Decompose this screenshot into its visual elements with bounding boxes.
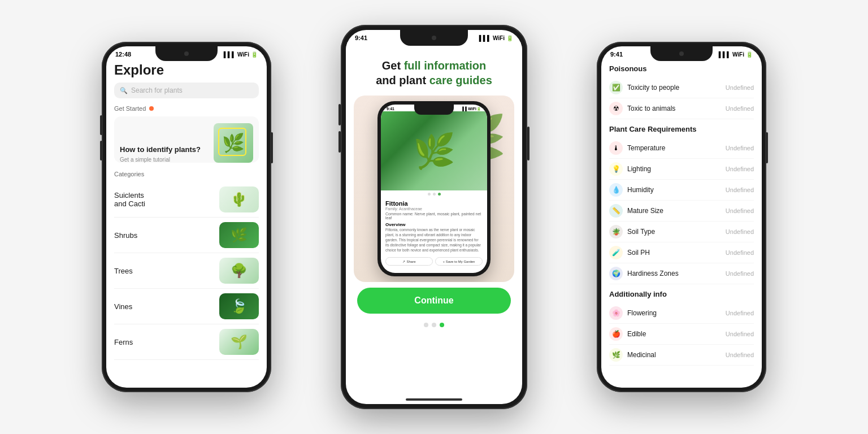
medicinal-icon: 🌿: [609, 348, 623, 362]
soil-ph-value: Undefined: [726, 249, 754, 256]
category-name-trees: Trees: [114, 267, 133, 275]
get-started-label: Get Started: [114, 105, 146, 112]
left-status-icons: ▌▌▌ WiFi 🔋: [224, 51, 258, 58]
tutorial-card[interactable]: How to identify plants? Get a simple tut…: [114, 116, 259, 163]
mature-size-value: Undefined: [726, 207, 754, 214]
care-section-title: Plant Care Requirements: [609, 125, 754, 133]
inner-share-btn[interactable]: ↗ Share: [385, 257, 433, 266]
info-row-flowering: 🌸 Flowering Undefined: [609, 303, 754, 324]
inner-phone-screen: 9:41 ▌▌WiFi🔋 🌿 Fittonia Family: Acanthac…: [381, 105, 487, 273]
flowering-label: Flowering: [627, 309, 726, 317]
page-dots: [346, 319, 522, 333]
mature-size-label: Mature Size: [627, 207, 726, 215]
category-name-succulents: Suiclentsand Cacti: [114, 191, 145, 208]
inner-plant-name: Fittonia: [385, 200, 483, 207]
hardiness-icon: 🌍: [609, 267, 623, 280]
tutorial-subtitle: Get a simple tutorial: [120, 157, 201, 163]
inner-phone-wrapper: 🌿 9:41 ▌▌WiFi🔋 🌿: [354, 96, 514, 282]
toxic-animals-icon: ☢: [609, 102, 623, 115]
page-dot-3: [440, 323, 444, 327]
inner-action-buttons: ↗ Share + Save to My Garden: [381, 255, 487, 268]
inner-plant-common: Common name: Nerve plant, mosaic plant, …: [385, 212, 483, 220]
search-bar[interactable]: 🔍 Search for plants: [114, 83, 259, 98]
category-img-succulents: 🌵: [219, 186, 259, 212]
power-button-right: [766, 132, 768, 163]
middle-time: 9:41: [355, 34, 367, 41]
left-notch: [155, 46, 218, 61]
continue-button[interactable]: Continue: [357, 288, 511, 314]
save-label: + Save to My Garden: [443, 260, 475, 263]
category-trees[interactable]: Trees 🌳: [114, 253, 259, 289]
lighting-value: Undefined: [726, 166, 754, 172]
temperature-value: Undefined: [726, 145, 754, 151]
continue-btn-wrap: Continue: [346, 282, 522, 319]
inner-dot-3: [438, 193, 441, 196]
mature-size-icon: 📏: [609, 204, 623, 218]
category-name-ferns: Ferns: [114, 338, 133, 346]
right-battery: 🔋: [746, 51, 753, 58]
share-label: Share: [406, 260, 415, 263]
toxicity-value: Undefined: [726, 84, 754, 91]
middle-status-icons: ▌▌▌ WiFi 🔋: [479, 35, 513, 41]
page-dot-1: [424, 323, 428, 327]
inner-icons: ▌▌WiFi🔋: [462, 107, 481, 111]
hardiness-label: Hardiness Zones: [627, 270, 726, 277]
middle-notch: [400, 30, 468, 46]
hardiness-value: Undefined: [726, 270, 754, 277]
info-row-toxic-animals: ☢ Toxic to animals Undefined: [609, 98, 754, 119]
yellow-outline: [218, 128, 246, 156]
info-row-edible: 🍎 Edible Undefined: [609, 324, 754, 345]
category-img-shrubs: 🌿: [219, 222, 259, 248]
right-screen: 9:41 ▌▌▌ WiFi 🔋 Poisonous ✅ Toxicity to …: [601, 46, 762, 388]
right-content: Poisonous ✅ Toxicity to people Undefined…: [601, 59, 762, 388]
tutorial-plant-image: 🌿: [214, 123, 253, 163]
explore-content: Explore 🔍 Search for plants Get Started …: [106, 59, 267, 388]
inner-dot-1: [428, 193, 431, 196]
search-placeholder: Search for plants: [131, 86, 183, 94]
headline-and: and plant: [376, 74, 429, 86]
category-ferns[interactable]: Ferns 🌱: [114, 324, 259, 360]
left-time: 12:48: [115, 51, 131, 58]
inner-dot-2: [433, 193, 436, 196]
search-icon: 🔍: [120, 87, 128, 94]
phone-left: 12:48 ▌▌▌ WiFi 🔋 Explore 🔍 Search for pl…: [102, 42, 271, 392]
vol-up-button-left: [100, 115, 102, 135]
headline-get: Get: [382, 59, 404, 72]
wifi-icon: WiFi: [237, 51, 249, 58]
inner-save-btn[interactable]: + Save to My Garden: [435, 257, 483, 266]
lighting-label: Lighting: [627, 165, 726, 173]
phone-middle: 9:41 ▌▌▌ WiFi 🔋 Get full information and…: [341, 25, 527, 409]
explore-title: Explore: [114, 62, 259, 78]
left-screen: 12:48 ▌▌▌ WiFi 🔋 Explore 🔍 Search for pl…: [106, 46, 267, 388]
lighting-icon: 💡: [609, 162, 623, 176]
category-img-ferns: 🌱: [219, 329, 259, 355]
temperature-label: Temperature: [627, 144, 726, 152]
share-icon: ↗: [402, 259, 405, 263]
soil-type-value: Undefined: [726, 228, 754, 235]
info-row-medicinal: 🌿 Medicinal Undefined: [609, 345, 754, 366]
home-indicator: [406, 398, 462, 401]
inner-overview-text: Fittonia, commonly known as the nerve pl…: [385, 227, 483, 253]
right-status-icons: ▌▌▌ WiFi 🔋: [719, 51, 753, 58]
category-succulents[interactable]: Suiclentsand Cacti 🌵: [114, 182, 259, 218]
category-vines[interactable]: Vines 🍃: [114, 289, 259, 324]
info-row-lighting: 💡 Lighting Undefined: [609, 159, 754, 180]
info-row-humidity: 💧 Humidity Undefined: [609, 180, 754, 201]
inner-plant-family: Family: Acanthaceae: [385, 207, 483, 211]
category-shrubs[interactable]: Shrubs 🌿: [114, 218, 259, 253]
battery-icon: 🔋: [251, 51, 258, 58]
soil-type-icon: 🪴: [609, 225, 623, 238]
edible-label: Edible: [627, 330, 726, 338]
middle-signal: ▌▌▌: [479, 35, 491, 41]
phone-right: 9:41 ▌▌▌ WiFi 🔋 Poisonous ✅ Toxicity to …: [597, 42, 766, 392]
edible-value: Undefined: [726, 331, 754, 337]
flowering-value: Undefined: [726, 310, 754, 316]
categories-label: Categories: [114, 171, 259, 177]
category-name-shrubs: Shrubs: [114, 231, 137, 240]
info-row-soil-ph: 🧪 Soil PH Undefined: [609, 242, 754, 263]
inner-time: 9:41: [387, 107, 394, 111]
info-row-mature-size: 📏 Mature Size Undefined: [609, 201, 754, 222]
inner-dots: [381, 190, 487, 198]
toxic-animals-label: Toxic to animals: [627, 105, 726, 112]
poisonous-section-title: Poisonous: [609, 64, 754, 73]
